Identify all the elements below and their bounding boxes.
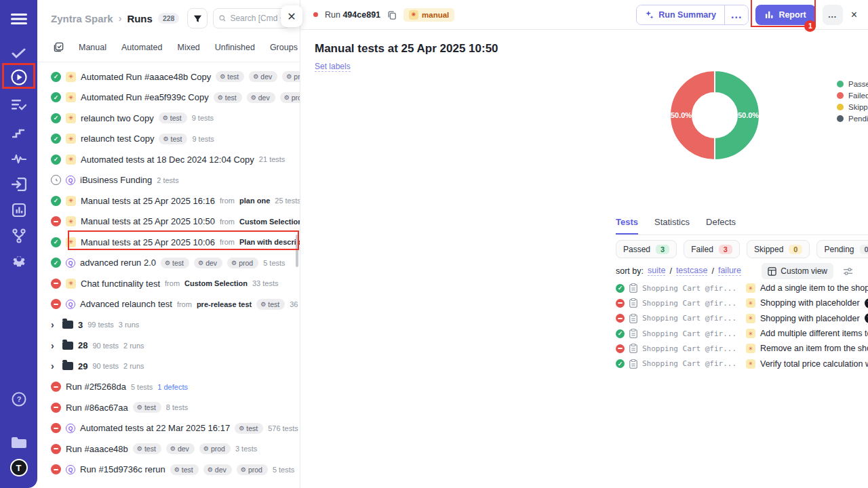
help-icon[interactable]: ? (0, 389, 37, 409)
gear-icon[interactable] (0, 251, 37, 272)
env-tag: ⚙test (133, 443, 161, 454)
chevron-right-icon[interactable]: › (51, 361, 58, 371)
run-row[interactable]: ✳relaunch test Copy⚙test9 tests (51, 129, 300, 150)
play-icon[interactable] (0, 67, 37, 87)
sort-by-failure[interactable]: failure (718, 266, 741, 276)
gear-icon: ⚙ (260, 301, 266, 308)
select-all-icon[interactable] (54, 42, 64, 52)
sliders-icon[interactable] (843, 267, 853, 276)
menu-icon[interactable] (0, 9, 37, 29)
test-result-row[interactable]: Shopping Cart @fir...✳Remove an item fro… (616, 341, 868, 356)
run-row[interactable]: ✳Chat functinality testfromCustom Select… (51, 273, 300, 294)
runs-tab-unfinished[interactable]: Unfinished (215, 43, 255, 52)
runs-tab-manual[interactable]: Manual (79, 43, 106, 52)
runs-tab-groups[interactable]: Groups (270, 43, 298, 52)
test-result-row[interactable]: Shopping Cart @fir...✳Add multiple diffe… (616, 326, 868, 341)
run-row[interactable]: ✳relaunch two Copy⚙test9 tests (51, 108, 300, 129)
runs-list: ✳Automated Run #aaace48b Copy⚙test⚙dev⚙p… (37, 62, 300, 480)
tests-list: Shopping Cart @fir...✳Add a single item … (616, 281, 868, 371)
run-row[interactable]: Run #aaace48b⚙test⚙dev⚙prod3 tests (51, 439, 300, 460)
from-plan: Plan with description 2 (239, 238, 300, 246)
gear-icon: ⚙ (137, 404, 142, 411)
run-group-row[interactable]: › 29 90 tests 2 runs (51, 356, 300, 377)
sort-by-testcase[interactable]: testcase (676, 266, 708, 276)
filter-passed[interactable]: Passed 3 (616, 240, 677, 258)
run-summary-more-button[interactable]: ... (724, 5, 748, 24)
run-row[interactable]: QiBusiness Funding2 tests (51, 170, 300, 191)
runs-tab-mixed[interactable]: Mixed (177, 43, 199, 52)
branch-icon[interactable] (0, 226, 37, 246)
run-row[interactable]: QRun #15d9736c rerun⚙test⚙dev⚙prod5 test… (51, 460, 300, 481)
run-row[interactable]: Run #86ac67aa⚙test8 tests (51, 397, 300, 418)
chevron-right-icon[interactable]: › (51, 340, 58, 351)
close-detail-button[interactable]: × (850, 9, 859, 21)
projects-folder-icon[interactable] (0, 432, 37, 453)
run-row[interactable]: Run #2f5268da5 tests1 defects (51, 377, 300, 398)
runs-search-input[interactable] (230, 14, 284, 23)
detail-more-button[interactable]: ... (823, 5, 843, 25)
breadcrumb-project[interactable]: Zyntra Spark (51, 13, 113, 24)
filter-pending[interactable]: Pending 0 (816, 240, 868, 258)
runs-tab-automated[interactable]: Automated (121, 43, 162, 52)
filter-button[interactable] (187, 8, 208, 28)
sign-in-icon[interactable] (0, 174, 37, 195)
run-row[interactable]: ✳Automated tests at 18 Dec 2024 12:04 Co… (51, 149, 300, 170)
legend-item: Passed (837, 80, 868, 88)
from-label: from (165, 279, 180, 287)
run-row[interactable]: ✳Manual tests at 25 Apr 2025 10:50fromCu… (51, 211, 300, 232)
passed-status-icon (51, 237, 61, 247)
reports-icon[interactable] (0, 200, 37, 220)
tab-defects[interactable]: Defects (706, 217, 736, 235)
scrollbar-thumb[interactable] (296, 235, 298, 267)
activity-icon[interactable] (0, 148, 37, 169)
run-detail-panel: Run 494ce891 ✳ manual Run Summary ... Re… (301, 0, 868, 488)
set-labels-link[interactable]: Set labels (315, 62, 351, 72)
run-group-row[interactable]: › 28 90 tests 2 runs (51, 336, 300, 357)
legend-label: Pending (848, 115, 868, 123)
copy-run-id-button[interactable] (387, 10, 397, 20)
custom-view-button[interactable]: Custom view (762, 263, 833, 279)
chevron-right-icon[interactable]: › (51, 319, 58, 330)
filter-failed[interactable]: Failed 3 (684, 240, 740, 258)
filter-skipped[interactable]: Skipped 0 (747, 240, 810, 258)
passed-status-icon (51, 72, 61, 82)
passed-status-icon (51, 196, 61, 206)
tab-tests[interactable]: Tests (616, 217, 638, 235)
from-plan: pre-release test (197, 300, 252, 308)
defects-link[interactable]: 1 defects (157, 383, 188, 391)
run-row[interactable]: QAutomated tests at 22 Mar 2025 16:17⚙te… (51, 418, 300, 439)
test-result-row[interactable]: Shopping Cart @fir...✳Add a single item … (616, 281, 868, 296)
run-summary-button[interactable]: Run Summary (637, 5, 724, 24)
checks-icon[interactable] (0, 43, 37, 64)
env-tag: ⚙dev (203, 464, 232, 475)
close-panel-button[interactable]: ✕ (281, 5, 302, 27)
spark-run-icon: ✳ (66, 155, 76, 165)
legend-label: Passed (848, 80, 868, 88)
test-result-row[interactable]: Shopping Cart @fir...✳Shopping with plac… (616, 311, 868, 326)
test-result-row[interactable]: Shopping Cart @fir...✳Shopping with plac… (616, 296, 868, 310)
env-tag: ⚙dev (247, 92, 275, 103)
sort-by-suite[interactable]: suite (648, 266, 665, 276)
failed-status-icon (51, 444, 61, 454)
run-row[interactable]: ✳Manual tests at 25 Apr 2025 16:16frompl… (51, 190, 300, 211)
run-row-title: Chat functinality test (81, 279, 160, 289)
env-tag: ⚙prod (280, 92, 300, 103)
spark-run-icon: ✳ (746, 359, 755, 369)
spark-run-icon: ✳ (746, 344, 755, 353)
run-row[interactable]: ✳Automated Run #ea5f939c Copy⚙test⚙dev⚙p… (51, 87, 300, 108)
run-row[interactable]: Qadvanced rerun 2.0⚙test⚙dev⚙prod5 tests (51, 253, 300, 274)
group-tests-count: 90 tests (92, 362, 119, 370)
test-suite-name: Shopping Cart @fir... (642, 344, 741, 353)
runs-panel-header: Zyntra Spark › Runs 228 (37, 0, 300, 28)
user-avatar[interactable]: T (0, 458, 37, 477)
group-tests-count: 99 tests (87, 321, 114, 329)
run-row[interactable]: ✳Manual tests at 25 Apr 2025 10:06fromPl… (51, 232, 300, 253)
test-runs-icon[interactable] (0, 95, 37, 115)
run-row[interactable]: ✳Automated Run #aaace48b Copy⚙test⚙dev⚙p… (51, 66, 300, 87)
steps-icon[interactable] (0, 123, 37, 143)
test-result-row[interactable]: Shopping Cart @fir...✳Verify total price… (616, 356, 868, 371)
runs-search[interactable] (213, 8, 290, 28)
run-group-row[interactable]: › 3 99 tests 3 runs (51, 314, 300, 336)
tab-statistics[interactable]: Statistics (654, 217, 690, 235)
run-row[interactable]: QAdvanced relaunch testfrompre-release t… (51, 294, 300, 315)
